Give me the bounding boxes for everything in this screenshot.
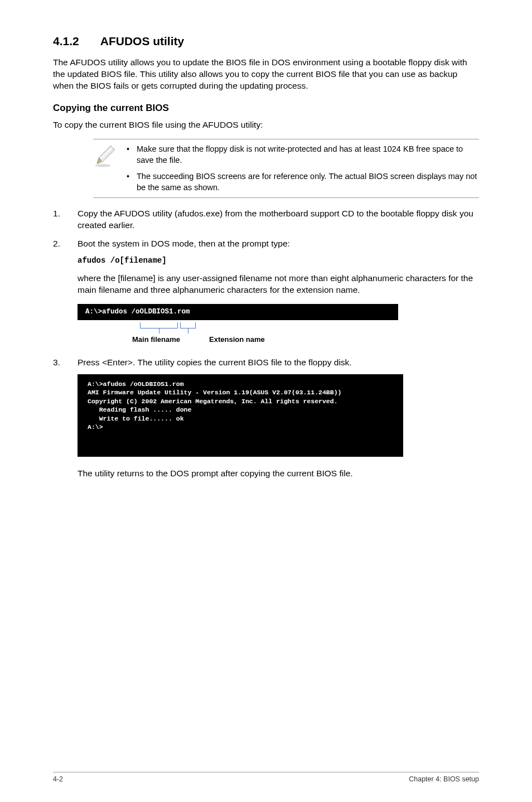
section-title: AFUDOS utility: [100, 35, 185, 47]
label-main-filename: Main filename: [132, 335, 180, 345]
section-heading: 4.1.2AFUDOS utility: [53, 33, 479, 49]
step-list: Copy the AFUDOS utility (afudos.exe) fro…: [53, 208, 479, 479]
note-item: Make sure that the floppy disk is not wr…: [124, 144, 479, 166]
svg-point-0: [95, 164, 111, 167]
step-text: Boot the system in DOS mode, then at the…: [78, 239, 290, 248]
outro-paragraph: The utility returns to the DOS prompt af…: [78, 468, 479, 480]
label-extension-name: Extension name: [209, 335, 265, 345]
filename-labels: Main filename Extension name: [78, 322, 398, 350]
bracket-ext: [180, 322, 196, 328]
step-1: Copy the AFUDOS utility (afudos.exe) fro…: [53, 208, 479, 231]
command-description: where the [filename] is any user-assigne…: [78, 273, 479, 296]
note-block: Make sure that the floppy disk is not wr…: [93, 139, 479, 198]
subsection-intro: To copy the current BIOS file using the …: [53, 119, 479, 131]
pencil-note-icon: [93, 144, 124, 172]
step-text: Copy the AFUDOS utility (afudos.exe) fro…: [78, 209, 473, 230]
note-item: The succeeding BIOS screens are for refe…: [124, 171, 479, 193]
note-text: Make sure that the floppy disk is not wr…: [124, 144, 479, 193]
terminal-output-1: A:\>afudos /oOLDBIOS1.rom: [78, 304, 398, 320]
terminal-output-2: A:\>afudos /oOLDBIOS1.rom AMI Firmware U…: [78, 374, 403, 457]
step-3: Press <Enter>. The utility copies the cu…: [53, 357, 479, 480]
step-text: Press <Enter>. The utility copies the cu…: [78, 357, 352, 367]
bracket-main: [140, 322, 178, 328]
subsection-heading: Copying the current BIOS: [53, 102, 479, 115]
section-number: 4.1.2: [53, 33, 79, 49]
intro-paragraph: The AFUDOS utility allows you to update …: [53, 57, 479, 92]
code-command: afudos /o[filename]: [78, 255, 479, 266]
step-2: Boot the system in DOS mode, then at the…: [53, 238, 479, 350]
